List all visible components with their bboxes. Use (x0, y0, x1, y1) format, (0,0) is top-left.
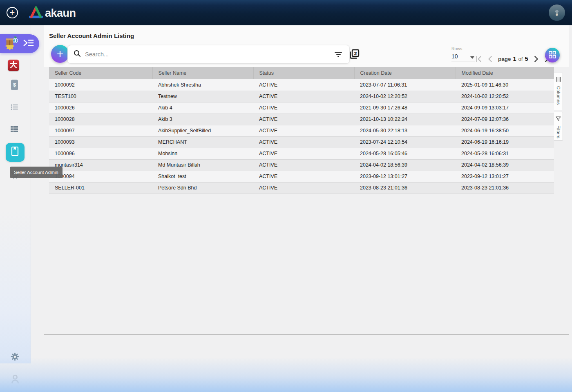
cell-status: ACTIVE (253, 91, 354, 102)
cell-modified-date: 2023-08-23 21:01:36 (456, 182, 554, 194)
panel-left-border-tail (44, 335, 44, 363)
table-row[interactable]: 1000028 Akib 3 ACTIVE 2021-10-13 10:22:2… (49, 114, 554, 125)
sidebar-item-billing[interactable]: $ (11, 80, 18, 90)
sidebar-item-grid[interactable] (11, 126, 18, 134)
cell-seller-name: AkibSupplier_SelfBilled (152, 125, 253, 136)
cell-creation-date: 2024-04-02 18:56:39 (354, 159, 456, 171)
cell-modified-date: 2023-09-12 13:01:27 (456, 171, 554, 182)
table-row[interactable]: 1000092 Abhishek Shrestha ACTIVE 2023-07… (49, 79, 554, 91)
sidebar-item-seller-account-admin[interactable] (6, 143, 25, 162)
tab-columns-label: Columns (556, 86, 561, 105)
next-page-button[interactable] (533, 55, 541, 63)
cell-status: ACTIVE (253, 136, 354, 148)
header-modified-date[interactable]: Modified Date (456, 67, 554, 79)
table-row[interactable]: SELLER-001 Petsore Sdn Bhd ACTIVE 2023-0… (49, 182, 554, 194)
main-panel: Seller Account Admin Listing + 2 Rows (44, 25, 569, 335)
cell-seller-code: SELLER-001 (49, 182, 152, 194)
sidebar-active-app[interactable]: $ (0, 34, 39, 53)
sidebar-item-settings[interactable] (11, 352, 19, 363)
cell-seller-name: Testnew (152, 91, 253, 102)
cell-modified-date: 2024-09-09 13:03:17 (456, 102, 554, 114)
table-row[interactable]: TEST100 Testnew ACTIVE 2024-10-02 12:20:… (49, 91, 554, 102)
svg-text:$: $ (14, 38, 16, 42)
sidebar-item-listing[interactable] (11, 104, 18, 112)
header-creation-date[interactable]: Creation Date (354, 67, 456, 79)
sidebar-item-profile[interactable] (11, 374, 20, 385)
cell-seller-code: 1000028 (49, 114, 152, 125)
cell-creation-date: 2024-05-28 16:05:46 (354, 148, 456, 159)
cell-creation-date: 2021-09-30 17:26:48 (354, 102, 456, 114)
filter-icon[interactable] (333, 50, 344, 58)
search-icon (74, 50, 81, 59)
table-row[interactable]: 1000096 Mohsinn ACTIVE 2024-05-28 16:05:… (49, 148, 554, 159)
cell-creation-date: 2024-05-30 22:18:13 (354, 125, 456, 136)
first-page-button[interactable] (474, 55, 483, 63)
duplicate-view-icon[interactable]: 2 (349, 49, 360, 62)
cell-seller-code: 1000094 (49, 171, 152, 182)
cell-status: ACTIVE (253, 182, 354, 194)
global-add-icon[interactable]: + (7, 7, 18, 18)
page-word: page (498, 56, 511, 62)
cell-creation-date: 2023-07-07 11:06:31 (354, 79, 456, 91)
cell-seller-code: 1000092 (49, 79, 152, 91)
cell-status: ACTIVE (253, 159, 354, 171)
cell-modified-date: 2024-07-09 12:07:36 (456, 114, 554, 125)
application-root: + akaun (0, 0, 572, 392)
sidebar (0, 25, 31, 363)
cell-seller-code: 1000093 (49, 136, 152, 148)
search-input[interactable] (85, 51, 329, 58)
page-indicator: page 1 of 5 (498, 56, 528, 62)
search-bar[interactable] (67, 45, 350, 64)
brand-logo[interactable]: akaun (29, 5, 76, 21)
tab-filters[interactable]: Filters (554, 112, 563, 140)
cell-modified-date: 2024-06-19 16:16:19 (456, 136, 554, 148)
cell-modified-date: 2024-06-19 16:38:50 (456, 125, 554, 136)
cell-modified-date: 2024-05-28 16:06:31 (456, 148, 554, 159)
sidebar-tooltip: Seller Account Admin (10, 167, 63, 178)
gear-icon (11, 352, 19, 363)
cell-seller-code: 1000096 (49, 148, 152, 159)
previous-page-button[interactable] (486, 55, 494, 63)
seller-table: Seller Code Seller Name Status Creation … (49, 67, 554, 194)
header-status[interactable]: Status (253, 67, 354, 79)
user-avatar[interactable] (549, 4, 565, 21)
table-row[interactable]: 1000097 AkibSupplier_SelfBilled ACTIVE 2… (49, 125, 554, 136)
rows-value: 10 (451, 53, 458, 60)
topbar: + akaun (0, 0, 572, 25)
brand-name: akaun (45, 7, 76, 20)
table-row[interactable]: muntasir314 Md Muntasir Billah ACTIVE 20… (49, 159, 554, 171)
funnel-icon (556, 116, 561, 123)
table-row[interactable]: 1000093 MERCHANT ACTIVE 2023-07-24 12:10… (49, 136, 554, 148)
table-grid-icon (11, 126, 18, 134)
tab-filters-label: Filters (556, 125, 561, 138)
header-seller-code[interactable]: Seller Code (49, 67, 152, 79)
cell-seller-code: muntasir314 (49, 159, 152, 171)
add-seller-button[interactable]: + (51, 45, 69, 63)
table-row[interactable]: 1000026 Akib 4 ACTIVE 2021-09-30 17:26:4… (49, 102, 554, 114)
cell-seller-name: Shaikot_test (152, 171, 253, 182)
total-pages-number: 5 (525, 56, 528, 62)
of-word: of (518, 56, 523, 62)
sidebar-item-dai-app[interactable] (8, 60, 19, 71)
chevron-down-icon (470, 56, 474, 59)
cell-creation-date: 2021-10-13 10:22:24 (354, 114, 456, 125)
tab-columns[interactable]: Columns (554, 73, 563, 110)
prism-logo-icon (29, 5, 43, 21)
rows-per-page-select[interactable]: Rows 10 (451, 46, 475, 62)
header-seller-name[interactable]: Seller Name (152, 67, 253, 79)
cell-creation-date: 2023-07-24 12:10:54 (354, 136, 456, 148)
current-page-number: 1 (513, 56, 516, 62)
dollar-card-icon: $ (13, 82, 16, 88)
cell-seller-code: 1000097 (49, 125, 152, 136)
menu-expand-icon (23, 38, 34, 49)
cell-creation-date: 2023-09-12 13:01:27 (354, 171, 456, 182)
grid-view-button[interactable] (545, 48, 560, 62)
list-icon (11, 104, 18, 112)
cell-creation-date: 2024-10-02 12:20:52 (354, 91, 456, 102)
cell-status: ACTIVE (253, 125, 354, 136)
cell-status: ACTIVE (253, 171, 354, 182)
dai-character-icon (9, 60, 18, 70)
person-icon (11, 374, 20, 385)
cell-status: ACTIVE (253, 102, 354, 114)
table-row[interactable]: 1000094 Shaikot_test ACTIVE 2023-09-12 1… (49, 171, 554, 182)
